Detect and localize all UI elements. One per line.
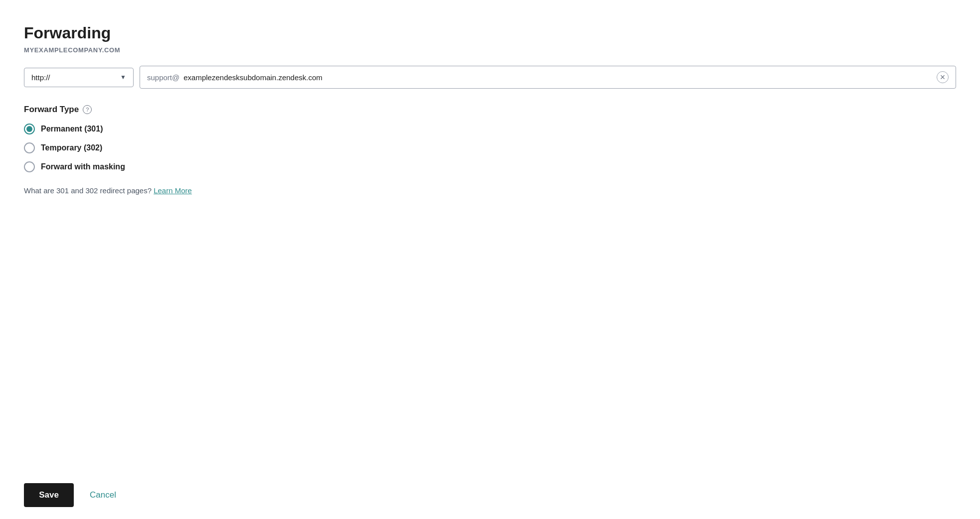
redirect-info-text: What are 301 and 302 redirect pages? <box>24 186 152 195</box>
clear-url-button[interactable]: × <box>937 71 949 83</box>
save-button[interactable]: Save <box>24 483 74 507</box>
page-title: Forwarding <box>24 24 956 42</box>
forward-type-label: Forward Type ? <box>24 105 956 115</box>
protocol-value: http:// <box>31 73 50 82</box>
radio-permanent-label: Permanent (301) <box>41 125 103 133</box>
url-prefix: support@ <box>147 73 179 82</box>
url-destination-value: examplezendesksubdomain.zendesk.com <box>183 73 937 82</box>
info-text: What are 301 and 302 redirect pages? Lea… <box>24 186 956 195</box>
footer-actions: Save Cancel <box>0 471 980 519</box>
forward-type-text: Forward Type <box>24 105 79 115</box>
radio-permanent[interactable] <box>24 124 35 134</box>
url-row: http:// ▼ support@ examplezendesksubdoma… <box>24 66 956 89</box>
domain-label: MYEXAMPLECOMPANY.COM <box>24 46 956 54</box>
radio-temporary[interactable] <box>24 142 35 153</box>
protocol-dropdown[interactable]: http:// ▼ <box>24 68 134 87</box>
forward-type-section: Forward Type ? Permanent (301) Temporary… <box>24 105 956 172</box>
learn-more-link[interactable]: Learn More <box>154 186 192 195</box>
radio-temporary-label: Temporary (302) <box>41 143 102 152</box>
radio-masking[interactable] <box>24 161 35 172</box>
cancel-button[interactable]: Cancel <box>86 483 120 507</box>
chevron-down-icon: ▼ <box>120 74 126 81</box>
destination-url-field[interactable]: support@ examplezendesksubdomain.zendesk… <box>140 66 956 89</box>
radio-masking-label: Forward with masking <box>41 162 125 171</box>
radio-option-temporary[interactable]: Temporary (302) <box>24 142 956 153</box>
radio-option-permanent[interactable]: Permanent (301) <box>24 124 956 134</box>
radio-option-masking[interactable]: Forward with masking <box>24 161 956 172</box>
help-icon[interactable]: ? <box>83 105 92 114</box>
